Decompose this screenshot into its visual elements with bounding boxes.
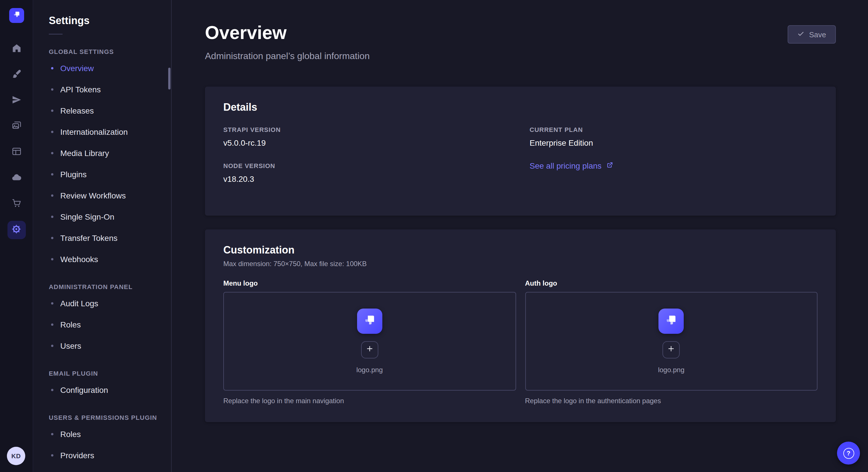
- sidebar-item-label: Audit Logs: [60, 299, 98, 308]
- details-left-column: STRAPI VERSION v5.0.0-rc.19 NODE VERSION…: [223, 126, 511, 198]
- sidebar-item-single-sign-on[interactable]: Single Sign-On: [49, 206, 171, 227]
- sidebar-item-webhooks[interactable]: Webhooks: [49, 248, 171, 270]
- rail-item-settings[interactable]: [7, 221, 26, 239]
- home-icon: [11, 43, 22, 56]
- paper-plane-icon: [11, 95, 22, 107]
- cloud-icon: [11, 172, 22, 185]
- cart-icon: [11, 198, 22, 210]
- plus-icon: [366, 345, 374, 355]
- main-content: Overview Administration panel’s global i…: [172, 0, 868, 472]
- bullet-dot: [51, 389, 53, 391]
- save-button[interactable]: Save: [788, 25, 836, 43]
- sidebar-item-label: Media Library: [60, 148, 109, 158]
- section-global-settings: GLOBAL SETTINGS Overview API Tokens Rele…: [49, 48, 171, 270]
- section-header: GLOBAL SETTINGS: [49, 48, 171, 55]
- node-version-label: NODE VERSION: [223, 162, 511, 169]
- menu-logo-dropzone[interactable]: logo.png: [223, 292, 516, 391]
- page-subtitle: Administration panel’s global informatio…: [205, 51, 370, 61]
- user-avatar[interactable]: KD: [7, 447, 25, 465]
- sidebar-item-plugins[interactable]: Plugins: [49, 164, 171, 185]
- rail-item-releases[interactable]: [7, 92, 26, 110]
- question-mark-icon: ?: [843, 448, 854, 459]
- strapi-logo-icon: [12, 10, 21, 21]
- sidebar-title-divider: [49, 34, 63, 34]
- rail-item-media-library[interactable]: [7, 117, 26, 136]
- rail-item-content-type-builder[interactable]: [7, 66, 26, 84]
- strapi-version-label: STRAPI VERSION: [223, 126, 511, 133]
- settings-sidebar-title: Settings: [49, 15, 171, 27]
- bullet-dot: [51, 109, 53, 111]
- help-button[interactable]: ?: [837, 442, 860, 465]
- details-card: Details STRAPI VERSION v5.0.0-rc.19 NODE…: [205, 87, 836, 216]
- auth-logo-preview: [659, 308, 684, 334]
- current-plan-label: CURRENT PLAN: [530, 126, 817, 133]
- node-version-value: v18.20.3: [223, 174, 511, 183]
- sidebar-item-review-workflows[interactable]: Review Workflows: [49, 185, 171, 206]
- current-plan-field: CURRENT PLAN Enterprise Edition: [530, 126, 817, 147]
- sidebar-item-admin-users[interactable]: Users: [49, 335, 171, 356]
- sidebar-item-up-roles[interactable]: Roles: [49, 423, 171, 444]
- rail-item-home[interactable]: [7, 40, 26, 59]
- auth-logo-dropzone[interactable]: logo.png: [525, 292, 817, 391]
- sidebar-item-up-providers[interactable]: Providers: [49, 444, 171, 466]
- sidebar-item-label: Plugins: [60, 169, 87, 179]
- sidebar-item-label: API Tokens: [60, 85, 101, 94]
- pricing-plans-link[interactable]: See all pricing plans: [530, 161, 614, 170]
- sidebar-item-internationalization[interactable]: Internationalization: [49, 121, 171, 142]
- bullet-dot: [51, 433, 53, 435]
- sidebar-item-label: Webhooks: [60, 255, 98, 264]
- bullet-dot: [51, 344, 53, 347]
- sidebar-item-overview[interactable]: Overview: [49, 57, 171, 78]
- page-header: Overview Administration panel’s global i…: [205, 23, 836, 61]
- logo-uploads-grid: Menu logo logo.png Replace the logo in t…: [223, 279, 817, 405]
- settings-gear-icon: [11, 224, 22, 237]
- save-button-label: Save: [809, 30, 826, 39]
- sidebar-item-audit-logs[interactable]: Audit Logs: [49, 293, 171, 314]
- strapi-logo-icon: [362, 312, 377, 330]
- rail-item-cloud[interactable]: [7, 169, 26, 188]
- bullet-dot: [51, 67, 53, 69]
- details-card-title: Details: [223, 102, 817, 113]
- sidebar-item-admin-roles[interactable]: Roles: [49, 314, 171, 335]
- plus-icon: [668, 345, 675, 355]
- sidebar-item-api-tokens[interactable]: API Tokens: [49, 78, 171, 100]
- sidebar-item-media-library[interactable]: Media Library: [49, 142, 171, 164]
- add-logo-button[interactable]: [361, 341, 378, 359]
- sidebar-item-label: Review Workflows: [60, 191, 126, 200]
- strapi-logo-icon: [664, 312, 679, 330]
- auth-logo-upload: Auth logo logo.png Replace the logo in t…: [525, 279, 817, 405]
- strapi-logo-button[interactable]: [9, 8, 24, 23]
- sidebar-item-label: Transfer Tokens: [60, 233, 117, 242]
- strapi-version-field: STRAPI VERSION v5.0.0-rc.19: [223, 126, 511, 147]
- menu-logo-upload: Menu logo logo.png Replace the logo in t…: [223, 279, 516, 405]
- scrollbar-thumb[interactable]: [168, 68, 170, 90]
- menu-logo-caption: Replace the logo in the main navigation: [223, 397, 516, 405]
- sidebar-item-label: Configuration: [60, 385, 108, 394]
- rail-items: [7, 40, 26, 239]
- main-nav-rail: KD: [0, 0, 33, 472]
- bullet-dot: [51, 152, 53, 154]
- details-grid: STRAPI VERSION v5.0.0-rc.19 NODE VERSION…: [223, 126, 817, 198]
- section-administration-panel: ADMINISTRATION PANEL Audit Logs Roles Us…: [49, 283, 171, 356]
- sidebar-item-label: Releases: [60, 106, 94, 115]
- sidebar-item-releases[interactable]: Releases: [49, 100, 171, 121]
- bullet-dot: [51, 258, 53, 260]
- sidebar-item-label: Single Sign-On: [60, 212, 114, 221]
- customization-card-subtitle: Max dimension: 750×750, Max file size: 1…: [223, 260, 817, 268]
- rail-item-marketplace[interactable]: [7, 195, 26, 213]
- section-users-permissions-plugin: USERS & PERMISSIONS PLUGIN Roles Provide…: [49, 414, 171, 466]
- media-library-icon: [11, 121, 22, 133]
- sidebar-item-transfer-tokens[interactable]: Transfer Tokens: [49, 227, 171, 248]
- sidebar-item-label: Roles: [60, 320, 81, 329]
- menu-logo-filename: logo.png: [356, 366, 383, 374]
- check-icon: [798, 30, 805, 39]
- sidebar-item-email-configuration[interactable]: Configuration: [49, 379, 171, 400]
- brush-icon: [11, 69, 22, 81]
- external-link-icon: [606, 161, 614, 170]
- rail-item-content-manager[interactable]: [7, 143, 26, 162]
- bullet-dot: [51, 88, 53, 90]
- add-logo-button[interactable]: [663, 341, 680, 359]
- section-header: ADMINISTRATION PANEL: [49, 283, 171, 290]
- menu-logo-preview: [357, 308, 382, 334]
- bullet-dot: [51, 454, 53, 456]
